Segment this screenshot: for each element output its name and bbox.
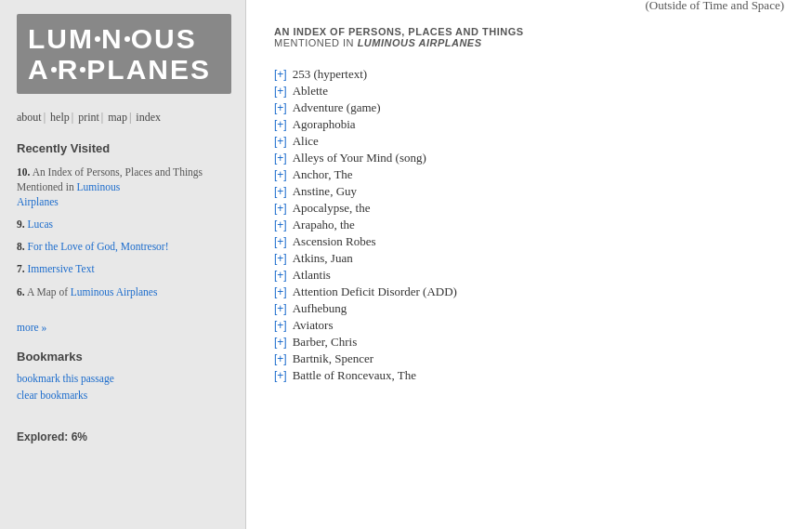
explored-label: Explored: 6% (17, 430, 231, 443)
index-title-line2: MENTIONED IN LUMINOUS AIRPLANES (274, 37, 524, 48)
entry-text-13: Attention Deficit Disorder (ADD) (293, 284, 457, 299)
index-entry-13: [+]Attention Deficit Disorder (ADD) (274, 284, 784, 299)
visited-item-6: 6. A Map of Luminous Airplanes (17, 284, 231, 299)
site-title-line2: ARPLANES (28, 54, 220, 85)
entry-bracket-2[interactable]: [+] (274, 101, 287, 114)
site-title: LUMNOUS ARPLANES (17, 14, 231, 94)
entry-bracket-18[interactable]: [+] (274, 369, 287, 382)
entry-text-2: Adventure (game) (293, 100, 381, 115)
index-link[interactable]: index (136, 111, 161, 124)
index-entry-14: [+]Aufhebung (274, 301, 784, 316)
index-entry-0: [+]253 (hypertext) (274, 67, 784, 82)
entry-text-15: Aviators (293, 318, 334, 333)
entry-bracket-5[interactable]: [+] (274, 152, 287, 165)
recently-visited-label: Recently Visited (17, 141, 231, 155)
outside-label: (Outside of Time and Space) (646, 0, 784, 13)
index-entry-9: [+]Arapaho, the (274, 218, 784, 232)
index-entry-12: [+]Atlantis (274, 268, 784, 283)
bookmark-this-link[interactable]: bookmark this passage (17, 373, 231, 384)
index-header: AN INDEX OF PERSONS, PLACES AND THINGS M… (274, 26, 784, 48)
entry-text-8: Apocalypse, the (293, 201, 371, 216)
nav-sep: | (101, 111, 103, 124)
index-entry-1: [+]Ablette (274, 84, 784, 99)
about-link[interactable]: about (17, 111, 42, 124)
index-entry-4: [+]Alice (274, 134, 784, 149)
entry-bracket-15[interactable]: [+] (274, 319, 287, 332)
entry-bracket-6[interactable]: [+] (274, 168, 287, 181)
entry-text-11: Atkins, Juan (293, 251, 353, 266)
entry-text-10: Ascension Robes (293, 234, 376, 249)
item-num-7: 7. (17, 263, 25, 274)
index-list: [+]253 (hypertext)[+]Ablette[+]Adventure… (274, 67, 784, 383)
bookmarks-label: Bookmarks (17, 350, 231, 364)
help-link[interactable]: help (50, 111, 70, 124)
entry-bracket-1[interactable]: [+] (274, 85, 287, 98)
nav-sep: | (44, 111, 46, 124)
index-title-italic: LUMINOUS AIRPLANES (358, 37, 482, 48)
print-link[interactable]: print (78, 111, 99, 124)
visited-item-9: 9. Lucas (17, 217, 231, 231)
item-num-10: 10. (17, 166, 30, 178)
map-link[interactable]: map (108, 111, 127, 124)
entry-bracket-17[interactable]: [+] (274, 352, 287, 365)
visited-item-8: 8. For the Love of God, Montresor! (17, 239, 231, 254)
sidebar: LUMNOUS ARPLANES about| help| print| map… (0, 0, 246, 529)
entry-text-4: Alice (293, 134, 319, 149)
entry-text-14: Aufhebung (293, 301, 347, 316)
nav-links: about| help| print| map| index (17, 111, 231, 125)
entry-bracket-12[interactable]: [+] (274, 269, 287, 282)
index-entry-17: [+]Bartnik, Spencer (274, 351, 784, 366)
index-entry-7: [+]Anstine, Guy (274, 184, 784, 199)
recently-visited-section: Recently Visited 10. An Index of Persons… (17, 141, 231, 307)
nav-sep: | (129, 111, 131, 124)
nav-sep: | (72, 111, 73, 124)
index-entry-10: [+]Ascension Robes (274, 234, 784, 249)
item-num-8: 8. (17, 241, 25, 252)
index-entry-5: [+]Alleys of Your Mind (song) (274, 151, 784, 165)
visited-item-10: 10. An Index of Persons, Places and Thin… (17, 165, 231, 209)
index-entry-18: [+]Battle of Roncevaux, The (274, 368, 784, 383)
item-link-7[interactable]: Immersive Text (28, 263, 95, 274)
more-link[interactable]: more » (17, 322, 231, 333)
index-entry-11: [+]Atkins, Juan (274, 251, 784, 266)
item-num-9: 9. (17, 218, 25, 230)
clear-bookmarks-link[interactable]: clear bookmarks (17, 390, 231, 401)
entry-bracket-7[interactable]: [+] (274, 185, 287, 198)
entry-text-9: Arapaho, the (293, 218, 355, 232)
item-link-8[interactable]: For the Love of God, Montresor! (28, 241, 169, 252)
entry-text-16: Barber, Chris (293, 335, 358, 350)
item-link-6[interactable]: Luminous Airplanes (71, 286, 158, 298)
entry-text-12: Atlantis (293, 268, 331, 283)
entry-text-1: Ablette (293, 84, 328, 99)
index-entry-16: [+]Barber, Chris (274, 335, 784, 350)
entry-bracket-14[interactable]: [+] (274, 302, 287, 315)
index-entry-6: [+]Anchor, The (274, 167, 784, 182)
entry-bracket-4[interactable]: [+] (274, 135, 287, 148)
item-num-6: 6. (17, 286, 25, 298)
entry-bracket-16[interactable]: [+] (274, 336, 287, 349)
item-text-6: A Map of (27, 286, 71, 298)
item-link-9[interactable]: Lucas (28, 218, 53, 230)
entry-bracket-9[interactable]: [+] (274, 218, 287, 231)
entry-bracket-3[interactable]: [+] (274, 118, 287, 131)
entry-text-3: Agoraphobia (293, 117, 356, 132)
entry-bracket-13[interactable]: [+] (274, 285, 287, 298)
entry-text-17: Bartnik, Spencer (293, 351, 373, 366)
entry-text-6: Anchor, The (293, 167, 353, 182)
entry-text-18: Battle of Roncevaux, The (293, 368, 416, 383)
entry-bracket-10[interactable]: [+] (274, 235, 287, 248)
index-entry-2: [+]Adventure (game) (274, 100, 784, 115)
index-title-line1: AN INDEX OF PERSONS, PLACES AND THINGS (274, 26, 524, 37)
entry-bracket-0[interactable]: [+] (274, 68, 287, 81)
visited-item-7: 7. Immersive Text (17, 261, 231, 276)
entry-text-5: Alleys of Your Mind (song) (293, 151, 426, 165)
entry-text-0: 253 (hypertext) (293, 67, 368, 82)
bookmarks-section: Bookmarks bookmark this passage clear bo… (17, 350, 231, 406)
entry-text-7: Anstine, Guy (293, 184, 357, 199)
main-content: AN INDEX OF PERSONS, PLACES AND THINGS M… (246, 0, 812, 529)
entry-bracket-11[interactable]: [+] (274, 252, 287, 265)
index-entry-3: [+]Agoraphobia (274, 117, 784, 132)
index-entry-15: [+]Aviators (274, 318, 784, 333)
entry-bracket-8[interactable]: [+] (274, 202, 287, 215)
site-title-line1: LUMNOUS (28, 23, 220, 54)
